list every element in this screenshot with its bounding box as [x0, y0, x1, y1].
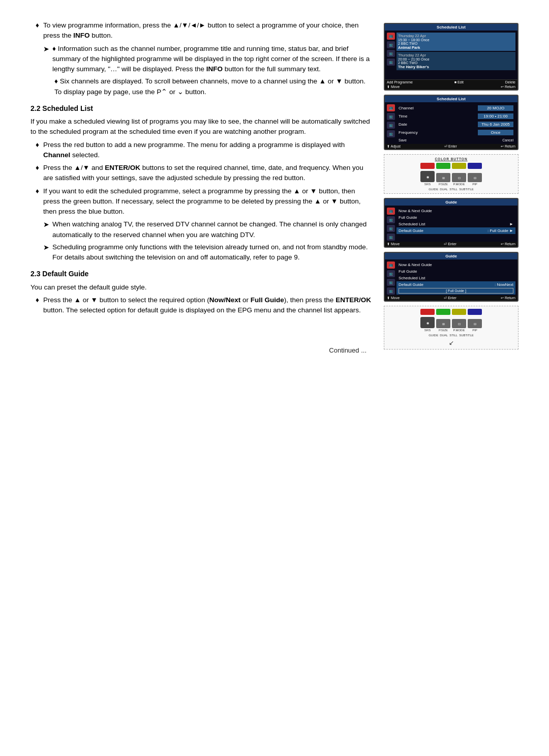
- form-value-frequency: Once: [478, 130, 513, 135]
- intro-sub-bullets: ➤ ♦ Information such as the channel numb…: [43, 44, 372, 97]
- guide-1-option-4-label: Default Guide: [399, 228, 423, 233]
- section-22-bullet-3: ♦ If you want to edit the scheduled prog…: [36, 186, 372, 217]
- screen-2-nav: ⬆ Adjust ⏎ Enter ↩ Return: [385, 144, 517, 149]
- form-value-date: Thu 6 Jan 2005: [478, 122, 513, 127]
- guide-1-body: 📺 📺 📺 📺 Now & Next Guide Full Guide: [385, 206, 517, 242]
- screen-1-icon-4: 📺: [387, 59, 395, 66]
- screen-1-nav-move: ⬆ Move: [387, 85, 400, 89]
- guide-2-option-4: Default Guide : NowNext [ Full Guide ]: [396, 281, 515, 295]
- guide-1-nav-move: ⬆ Move: [387, 242, 400, 246]
- remote-1-red: [420, 163, 435, 169]
- remote-2-color-btns: [420, 309, 482, 315]
- guide-2-option-3: Scheduled List: [396, 275, 515, 281]
- remote-1-srs-label: SRS: [424, 183, 431, 186]
- remote-1-still-label: STILL: [449, 188, 458, 191]
- section-23-bullets: ♦ Press the ▲ or ▼ button to select the …: [36, 295, 372, 316]
- guide-2-option-2-label: Full Guide: [399, 269, 417, 274]
- guide-screen-2-title: Guide: [385, 253, 517, 259]
- form-row-channel: Channel 20 MOJO: [396, 104, 515, 112]
- remote-1-psize-btn: ⊞: [436, 173, 450, 182]
- section-22-sub-2: ➤ Scheduling programme only functions wi…: [43, 242, 372, 263]
- remote-2-srs-label: SRS: [424, 329, 431, 332]
- guide-1-nav-return: ↩ Return: [501, 242, 515, 246]
- arrow-icon-1: ➤: [43, 44, 49, 75]
- intro-sub-1: ➤ ♦ Information such as the channel numb…: [43, 44, 372, 75]
- remote-2-srs-btn: ◉: [420, 317, 435, 328]
- guide-2-icon-1: 📺: [387, 261, 395, 269]
- intro-sub-text-2: ♦ Six channels are displayed. To scroll …: [54, 76, 372, 97]
- guide-1-icon-2: 📺: [387, 216, 395, 223]
- section-22-para: If you make a scheduled viewing list of …: [30, 117, 372, 137]
- text-column: ♦ To view programme information, press t…: [30, 20, 372, 751]
- guide-2-sidebar: 📺 📺 📺 📺: [387, 261, 395, 295]
- page-wrapper: ♦ To view programme information, press t…: [30, 20, 518, 756]
- section-22-sub-1: ➤ When watching analog TV, the reserved …: [43, 219, 372, 240]
- remote-2-still-label: STILL: [449, 334, 458, 337]
- remote-2-subtitle-label: SUBTITLE: [459, 334, 474, 337]
- section-22-bullets: ♦ Press the red button to add a new prog…: [36, 140, 372, 217]
- remote-2-dual-col: DUAL: [440, 334, 448, 337]
- continued-container: Continued ...: [30, 346, 372, 354]
- guide-2-option-2: Full Guide: [396, 268, 515, 275]
- guide-1-sidebar: 📺 📺 📺 📺: [387, 208, 395, 241]
- guide-1-option-3-label: Scheduled List: [399, 222, 425, 226]
- guide-1-nav-enter: ⏎ Enter: [444, 242, 456, 246]
- section-23-heading: 2.3 Default Guide: [30, 269, 372, 279]
- form-row-time: Time 19:00 • 21:00: [396, 112, 515, 120]
- guide-2-option-1-label: Now & Next Guide: [399, 263, 432, 267]
- diamond-icon-2: ♦: [36, 140, 39, 161]
- intro-bullets: ♦ To view programme information, press t…: [36, 20, 372, 41]
- remote-control-1: COLOR BUTTON ◉ SRS ⊞: [384, 154, 518, 194]
- guide-2-icon-2: 📺: [387, 270, 395, 277]
- screen-1-sidebar: 📺 📺 📺 📺: [387, 33, 395, 78]
- remote-2-func-btns: ◉ SRS ⊞ P.SIZE ⊡ P.MODE ⊟: [420, 317, 482, 332]
- screen-1-row-2: Thursday 22 Apr 20:00 ~ 21:00 Once 2 BBC…: [396, 52, 515, 70]
- screen-2-icon-3: 📺: [387, 122, 395, 129]
- remote-1-still-col: STILL: [449, 188, 458, 191]
- section-22-bullet-1: ♦ Press the red button to add a new prog…: [36, 140, 372, 161]
- remote-1-bottom-btns: GUIDE DUAL STILL SUBTITLE: [429, 188, 474, 191]
- remote-1-guide-label: GUIDE: [429, 188, 438, 191]
- screen-1-icon-1: 📺: [387, 33, 395, 40]
- remote-2-blue: [468, 309, 482, 315]
- remote-2-green: [436, 309, 450, 315]
- remote-2-pip-label: PIP: [472, 329, 477, 332]
- indent-space-1: [43, 76, 51, 97]
- screens-column: Scheduled List 📺 📺 📺 📺 Thursday 22 Apr 1…: [384, 20, 518, 751]
- remote-1-psize-col: ⊞ P.SIZE: [436, 173, 450, 186]
- arrow-icon-3: ➤: [43, 242, 49, 263]
- remote-1-yellow: [452, 163, 466, 169]
- remote-2-pmode-btn: ⊡: [452, 319, 466, 328]
- remote-1-pmode-btn: ⊡: [452, 173, 466, 182]
- remote-1-func-btns: ◉ SRS ⊞ P.SIZE ⊡ P.MODE ⊟: [420, 171, 482, 186]
- guide-2-sub-option: [ Full Guide ]: [399, 288, 513, 294]
- screen-2-form: Channel 20 MOJO Time 19:00 • 21:00 Date …: [396, 104, 515, 143]
- section-22: 2.2 Scheduled List If you make a schedul…: [30, 103, 372, 263]
- remote-1-dual-label: DUAL: [440, 188, 448, 191]
- remote-2-still-col: STILL: [449, 334, 458, 337]
- remote-1-pmode-col: ⊡ P.MODE: [452, 173, 466, 186]
- remote-1-pmode-label: P.MODE: [453, 183, 465, 186]
- screen-1-nav: ⬆ Move ↩ Return: [385, 84, 517, 90]
- remote-1-inner: COLOR BUTTON ◉ SRS ⊞: [387, 157, 515, 191]
- section-22-bullet-1-text: Press the red button to add a new progra…: [43, 140, 372, 161]
- remote-2-pip-btn: ⊟: [468, 319, 482, 328]
- guide-screen-1: Guide 📺 📺 📺 📺 Now & Next Guide Full Gui: [384, 198, 518, 248]
- screen-2-body: 📺 📺 📺 📺 Channel 20 MOJO Time 19:00 • 21:: [385, 102, 517, 144]
- guide-1-option-4: Default Guide : Full Guide ►: [396, 227, 515, 234]
- remote-2-arrow-row: ↙: [449, 339, 454, 346]
- section-23-bullet-1: ♦ Press the ▲ or ▼ button to select the …: [36, 295, 372, 316]
- guide-2-nav-return: ↩ Return: [501, 296, 515, 300]
- screen-2-icon-4: 📺: [387, 130, 395, 137]
- guide-1-icon-4: 📺: [387, 234, 395, 241]
- remote-1-green: [436, 163, 450, 169]
- guide-1-option-1: Now & Next Guide: [396, 208, 515, 214]
- screen-1-footer: Add Programme ■ Edit Delete: [385, 79, 517, 84]
- guide-1-icon-3: 📺: [387, 225, 395, 232]
- remote-2-pmode-label: P.MODE: [453, 329, 465, 332]
- screen-1-main: Thursday 22 Apr 15:30 ~ 18:00 Once 2 BBC…: [396, 33, 515, 78]
- guide-2-option-1: Now & Next Guide: [396, 261, 515, 268]
- remote-1-guide-col: GUIDE: [429, 188, 438, 191]
- scheduled-list-screen-2: Scheduled List 📺 📺 📺 📺 Channel 20 MOJO: [384, 95, 518, 150]
- guide-1-option-3: Scheduled List ►: [396, 221, 515, 227]
